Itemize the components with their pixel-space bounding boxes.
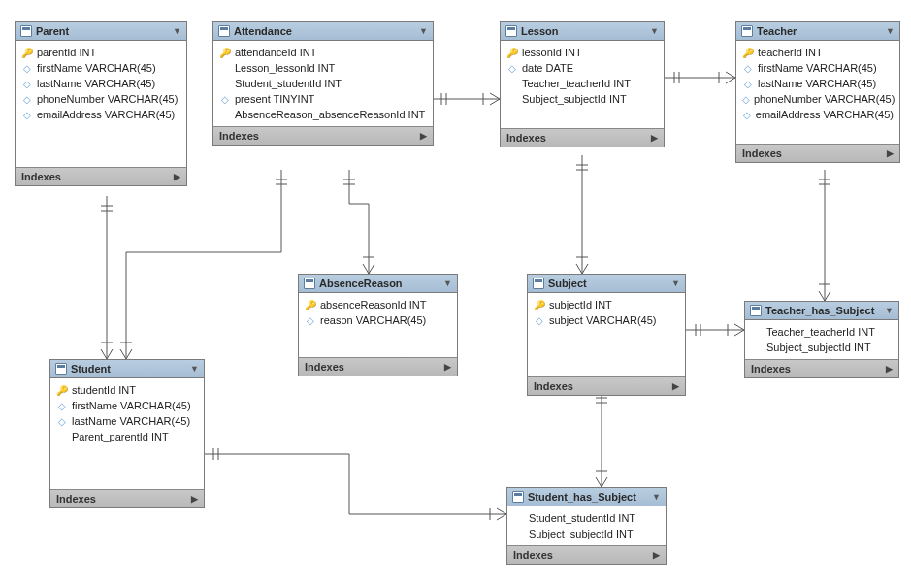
indexes-footer[interactable]: Indexes▶ [528,376,685,395]
column-row[interactable]: ◇date DATE [506,60,658,76]
columns: 🔑teacherId INT ◇firstName VARCHAR(45) ◇l… [736,41,899,126]
key-icon: 🔑 [534,300,545,310]
column-text: absenceReasonId INT [320,299,426,310]
table-absence-reason[interactable]: AbsenceReason▼ 🔑absenceReasonId INT ◇rea… [298,274,458,376]
column-row[interactable]: ◇firstName VARCHAR(45) [56,398,198,413]
column-row[interactable]: ◇Parent_parentId INT [56,429,198,444]
column-text: teacherId INT [758,47,823,58]
indexes-footer[interactable]: Indexes▶ [745,359,898,377]
column-row[interactable]: ◇lastName VARCHAR(45) [21,76,180,91]
columns: ◇Student_studentId INT ◇Subject_subjectI… [507,506,666,545]
indexes-footer[interactable]: Indexes▶ [50,489,204,507]
table-student-has-subject[interactable]: Student_has_Subject▼ ◇Student_studentId … [506,487,667,565]
table-title: Parent [36,25,69,37]
column-row[interactable]: ◇phoneNumber VARCHAR(45) [21,91,180,107]
column-row[interactable]: 🔑parentId INT [21,45,180,60]
column-row[interactable]: ◇Subject_subjectId INT [506,91,658,107]
table-parent[interactable]: Parent▼ 🔑parentId INT ◇firstName VARCHAR… [15,21,187,186]
column-row[interactable]: ◇lastName VARCHAR(45) [742,76,894,91]
column-row[interactable]: ◇Student_studentId INT [513,510,660,526]
column-row[interactable]: ◇subject VARCHAR(45) [534,312,679,328]
column-text: lessonId INT [522,47,582,58]
chevron-down-icon: ▼ [885,306,894,315]
columns: 🔑absenceReasonId INT ◇reason VARCHAR(45) [299,293,457,332]
chevron-down-icon: ▼ [443,278,452,288]
diamond-icon: ◇ [21,110,33,120]
chevron-down-icon: ▼ [173,26,181,36]
table-icon [741,25,753,37]
blank-icon: ◇ [219,110,231,120]
column-row[interactable]: ◇reason VARCHAR(45) [305,312,451,328]
column-row[interactable]: ◇lastName VARCHAR(45) [56,413,198,429]
blank-icon: ◇ [751,343,763,353]
column-row[interactable]: 🔑teacherId INT [742,45,894,60]
table-teacher[interactable]: Teacher▼ 🔑teacherId INT ◇firstName VARCH… [735,21,900,163]
column-row[interactable]: ◇phoneNumber VARCHAR(45) [742,91,894,107]
column-row[interactable]: ◇Teacher_teacherId INT [751,324,893,340]
table-header[interactable]: Teacher▼ [736,22,899,41]
column-text: parentId INT [37,47,96,58]
indexes-label: Indexes [56,493,96,505]
indexes-footer[interactable]: Indexes▶ [16,167,186,185]
table-title: Student_has_Subject [528,491,636,503]
table-header[interactable]: Attendance▼ [213,22,433,41]
indexes-label: Indexes [534,380,573,392]
columns: 🔑studentId INT ◇firstName VARCHAR(45) ◇l… [50,378,204,448]
column-row[interactable]: ◇Subject_subjectId INT [513,526,660,541]
column-text: AbsenceReason_absenceReasonId INT [235,109,425,120]
indexes-footer[interactable]: Indexes▶ [501,128,664,147]
table-student[interactable]: Student▼ 🔑studentId INT ◇firstName VARCH… [49,359,205,508]
table-header[interactable]: Parent▼ [16,22,186,41]
column-text: emailAddress VARCHAR(45) [756,109,894,120]
column-text: Subject_subjectId INT [766,342,871,353]
columns: ◇Teacher_teacherId INT ◇Subject_subjectI… [745,320,898,359]
column-row[interactable]: ◇firstName VARCHAR(45) [742,60,894,76]
column-row[interactable]: 🔑absenceReasonId INT [305,297,451,312]
table-teacher-has-subject[interactable]: Teacher_has_Subject▼ ◇Teacher_teacherId … [744,301,899,378]
chevron-down-icon: ▼ [419,26,428,36]
indexes-label: Indexes [742,147,782,159]
column-row[interactable]: ◇present TINYINT [219,91,427,107]
column-row[interactable]: ◇Lesson_lessonId INT [219,60,427,76]
column-row[interactable]: ◇emailAddress VARCHAR(45) [742,107,894,122]
table-lesson[interactable]: Lesson▼ 🔑lessonId INT ◇date DATE ◇Teache… [500,21,665,147]
column-row[interactable]: 🔑lessonId INT [506,45,658,60]
table-header[interactable]: Lesson▼ [501,22,664,41]
column-text: Subject_subjectId INT [522,93,627,105]
table-icon [218,25,230,37]
column-row[interactable]: 🔑attendanceId INT [219,45,427,60]
table-attendance[interactable]: Attendance▼ 🔑attendanceId INT ◇Lesson_le… [212,21,434,146]
column-row[interactable]: ◇AbsenceReason_absenceReasonId INT [219,107,427,122]
key-icon: 🔑 [742,48,754,58]
table-subject[interactable]: Subject▼ 🔑subjectId INT ◇subject VARCHAR… [527,274,686,396]
column-row[interactable]: ◇Teacher_teacherId INT [506,76,658,91]
diamond-icon: ◇ [21,79,33,89]
indexes-label: Indexes [506,132,546,144]
diamond-icon: ◇ [742,79,754,89]
blank-icon: ◇ [56,432,68,442]
column-row[interactable]: ◇emailAddress VARCHAR(45) [21,107,180,122]
column-text: phoneNumber VARCHAR(45) [754,93,895,105]
table-header[interactable]: Student▼ [50,360,204,378]
indexes-footer[interactable]: Indexes▶ [736,144,899,162]
column-row[interactable]: ◇Subject_subjectId INT [751,340,893,355]
column-text: Parent_parentId INT [72,431,169,442]
table-header[interactable]: Subject▼ [528,275,685,293]
indexes-footer[interactable]: Indexes▶ [507,545,666,564]
indexes-label: Indexes [21,171,61,182]
column-row[interactable]: ◇firstName VARCHAR(45) [21,60,180,76]
table-header[interactable]: Teacher_has_Subject▼ [745,302,898,320]
blank-icon: ◇ [219,63,231,74]
table-icon [20,25,32,37]
chevron-down-icon: ▼ [190,364,199,374]
indexes-footer[interactable]: Indexes▶ [213,126,433,145]
indexes-footer[interactable]: Indexes▶ [299,357,457,376]
table-header[interactable]: AbsenceReason▼ [299,275,457,293]
column-row[interactable]: ◇Student_studentId INT [219,76,427,91]
table-header[interactable]: Student_has_Subject▼ [507,488,666,506]
blank-icon: ◇ [506,79,518,89]
column-row[interactable]: 🔑studentId INT [56,382,198,398]
key-icon: 🔑 [21,48,33,58]
column-text: Student_studentId INT [235,78,342,89]
column-row[interactable]: 🔑subjectId INT [534,297,679,312]
